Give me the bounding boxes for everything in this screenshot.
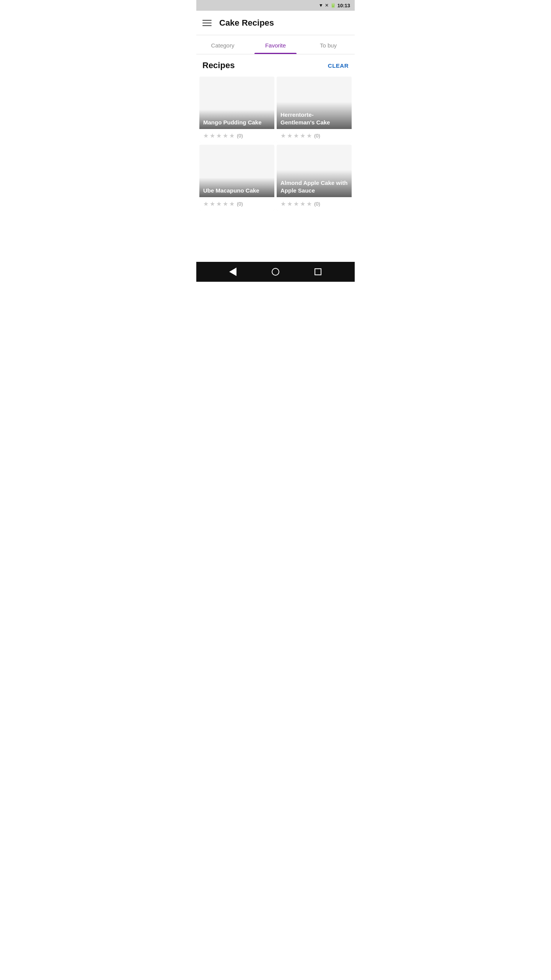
star-2: ★ (210, 132, 215, 139)
recents-icon (315, 268, 321, 275)
wifi-icon: ▼ (319, 3, 323, 8)
recipe-name-almond: Almond Apple Cake with Apple Sauce (277, 170, 352, 197)
recipe-name-herren: Herrentorte-Gentleman's Cake (277, 102, 352, 129)
rating-count-mango: (0) (237, 133, 243, 139)
recipe-name-ube: Ube Macapuno Cake (199, 178, 274, 198)
star-1: ★ (203, 200, 209, 207)
app-title: Cake Recipes (219, 18, 274, 28)
recipe-image-almond: Almond Apple Cake with Apple Sauce (277, 145, 352, 197)
recipe-card-almond-apple[interactable]: Almond Apple Cake with Apple Sauce ★ ★ ★… (277, 145, 352, 211)
star-3: ★ (293, 200, 299, 207)
star-5: ★ (306, 132, 312, 139)
tab-bar: Category Favorite To buy (196, 35, 355, 54)
tab-favorite[interactable]: Favorite (249, 35, 302, 54)
star-5: ★ (306, 200, 312, 207)
star-4: ★ (223, 200, 228, 207)
star-3: ★ (216, 132, 222, 139)
signal-icon: ✕ (325, 3, 329, 8)
star-4: ★ (223, 132, 228, 139)
star-1: ★ (280, 132, 286, 139)
recipe-name-mango: Mango Pudding Cake (199, 109, 274, 129)
recipe-card-mango-pudding-cake[interactable]: Mango Pudding Cake ★ ★ ★ ★ ★ (0) (199, 77, 274, 142)
battery-icon: 🔋 (330, 3, 336, 8)
home-icon (272, 268, 279, 276)
star-5: ★ (229, 132, 235, 139)
recipe-image-mango: Mango Pudding Cake (199, 77, 274, 129)
star-3: ★ (216, 200, 222, 207)
section-title: Recipes (202, 60, 235, 70)
star-2: ★ (210, 200, 215, 207)
status-time: 10:13 (337, 3, 350, 8)
clear-button[interactable]: CLEAR (328, 62, 349, 69)
star-1: ★ (280, 200, 286, 207)
recipe-grid: Mango Pudding Cake ★ ★ ★ ★ ★ (0) Herrent… (199, 77, 352, 211)
status-icons: ▼ ✕ 🔋 10:13 (319, 3, 350, 8)
content-area: Recipes CLEAR Mango Pudding Cake ★ ★ ★ ★… (196, 54, 355, 262)
star-4: ★ (300, 200, 305, 207)
app-bar: Cake Recipes (196, 11, 355, 35)
recipe-rating-herren: ★ ★ ★ ★ ★ (0) (277, 129, 352, 142)
rating-count-almond: (0) (314, 201, 320, 207)
section-header: Recipes CLEAR (199, 60, 352, 77)
star-2: ★ (287, 132, 292, 139)
star-5: ★ (229, 200, 235, 207)
tab-category[interactable]: Category (196, 35, 249, 54)
recipe-rating-almond: ★ ★ ★ ★ ★ (0) (277, 197, 352, 211)
status-bar: ▼ ✕ 🔋 10:13 (196, 0, 355, 11)
rating-count-herren: (0) (314, 133, 320, 139)
recents-button[interactable] (312, 266, 324, 278)
recipe-card-ube-macapuno[interactable]: Ube Macapuno Cake ★ ★ ★ ★ ★ (0) (199, 145, 274, 211)
rating-count-ube: (0) (237, 201, 243, 207)
recipe-rating-mango: ★ ★ ★ ★ ★ (0) (199, 129, 274, 142)
recipe-image-ube: Ube Macapuno Cake (199, 145, 274, 197)
recipe-image-herren: Herrentorte-Gentleman's Cake (277, 77, 352, 129)
star-3: ★ (293, 132, 299, 139)
bottom-nav-bar (196, 262, 355, 282)
tab-tobuy[interactable]: To buy (302, 35, 355, 54)
back-icon (229, 268, 236, 276)
back-button[interactable] (227, 266, 239, 278)
home-button[interactable] (270, 266, 281, 278)
star-4: ★ (300, 132, 305, 139)
hamburger-menu-button[interactable] (202, 20, 212, 26)
recipe-card-herrentorte[interactable]: Herrentorte-Gentleman's Cake ★ ★ ★ ★ ★ (… (277, 77, 352, 142)
recipe-rating-ube: ★ ★ ★ ★ ★ (0) (199, 197, 274, 211)
star-2: ★ (287, 200, 292, 207)
star-1: ★ (203, 132, 209, 139)
